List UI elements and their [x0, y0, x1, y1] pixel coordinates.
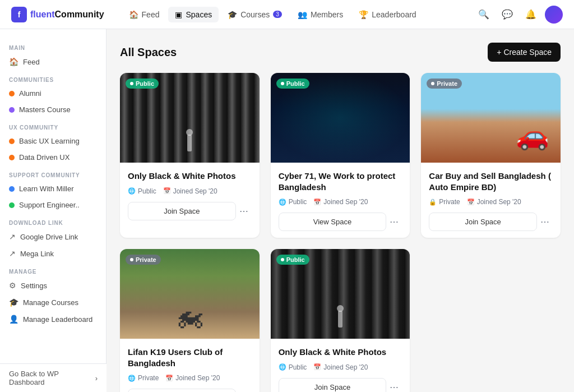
sidebar-item-manage-leaderboard[interactable]: 👤 Manage Leaderboard: [0, 311, 106, 328]
sidebar-item-data-ux[interactable]: Data Driven UX: [0, 149, 106, 165]
manage-section-label: MANAGE: [0, 262, 106, 277]
sidebar-item-feed[interactable]: 🏠 Feed: [0, 53, 106, 70]
sidebar-item-basic-ux[interactable]: Basic UX Learning: [0, 133, 106, 149]
spaces-icon: ▣: [175, 10, 182, 19]
globe-icon: 🌐: [128, 187, 136, 195]
visibility-badge: Public: [276, 255, 309, 265]
nav-spaces[interactable]: ▣ Spaces: [168, 7, 219, 22]
card-image-moto: Private: [120, 249, 260, 339]
home-icon: 🏠: [9, 57, 18, 66]
support-section-label: SUPPORT COMMUNITY: [0, 165, 106, 181]
card-title: Car Buy and Sell Bangladesh ( Auto Empir…: [429, 170, 553, 192]
card-body: Only Black & White Photos 🌐 Public 📅 Joi…: [271, 339, 410, 392]
sidebar-item-masters[interactable]: Masters Course: [0, 102, 106, 118]
link-icon-mega: ↗: [9, 249, 16, 258]
leaderboard-icon: 🏆: [359, 10, 368, 19]
join-space-button[interactable]: Join Space: [128, 202, 236, 220]
card-image-bw1: Public: [120, 73, 260, 163]
joined-meta: 📅 Joined Sep '20: [165, 374, 220, 382]
join-space-button[interactable]: Join Space: [279, 378, 387, 393]
sidebar-item-mega[interactable]: ↗ Mega Link: [0, 245, 106, 262]
badge-dot: [130, 82, 133, 85]
joined-meta: 📅 Joined Sep '20: [313, 198, 368, 206]
sidebar-item-manage-courses[interactable]: 🎓 Manage Courses: [0, 294, 106, 311]
more-options-button[interactable]: ⋯: [386, 214, 402, 230]
wp-dashboard-link[interactable]: Go Back to WP Dashboard ›: [0, 363, 107, 392]
space-card-lifan[interactable]: Private Lifan K19 Users Club of Banglade…: [120, 249, 260, 392]
basic-ux-dot: [9, 139, 15, 144]
nav-members[interactable]: 👥 Members: [291, 7, 350, 22]
manage-leaderboard-icon: 👤: [9, 315, 18, 324]
more-options-button[interactable]: ⋯: [386, 379, 402, 392]
app-logo[interactable]: f fluentCommunity: [11, 7, 104, 22]
globe-icon: 🌐: [279, 363, 286, 371]
arrow-right-icon: ›: [95, 374, 98, 382]
calendar-icon: 📅: [165, 375, 173, 382]
visibility-badge: Private: [126, 255, 161, 265]
card-title: Only Black & White Photos: [279, 347, 402, 358]
feed-icon: 🏠: [129, 10, 138, 19]
calendar-icon: 📅: [313, 199, 321, 206]
visibility-meta: 🌐 Public: [279, 198, 307, 206]
sidebar-item-learn-miller[interactable]: Learn With Miller: [0, 181, 106, 197]
card-image-bw2: Public: [271, 249, 410, 339]
joined-meta: 📅 Joined Sep '20: [467, 198, 521, 206]
learn-miller-dot: [9, 186, 15, 192]
card-meta: 🌐 Public 📅 Joined Sep '20: [279, 198, 402, 206]
space-card-cyber71[interactable]: Public Cyber 71, We Work to protect Bang…: [271, 73, 410, 238]
logo-icon: f: [11, 7, 27, 22]
visibility-meta: 🌐 Public: [128, 187, 156, 195]
card-image-cyber: Public: [271, 73, 410, 163]
logo-text: fluentCommunity: [30, 10, 104, 20]
visibility-badge: Public: [276, 79, 309, 89]
main-section-label: MAIN: [0, 38, 106, 53]
visibility-meta: 🔒 Private: [429, 198, 460, 206]
card-body: Only Black & White Photos 🌐 Public 📅 Joi…: [120, 163, 260, 227]
sidebar-item-gdrive[interactable]: ↗ Google Drive Link: [0, 228, 106, 245]
courses-badge: 3: [273, 11, 282, 18]
visibility-badge: Public: [126, 79, 159, 89]
sidebar-item-alumni[interactable]: Alumni: [0, 85, 106, 102]
lock-icon: 🔒: [429, 199, 437, 206]
courses-icon: 🎓: [228, 10, 237, 19]
more-options-button[interactable]: ⋯: [537, 214, 553, 230]
nav-leaderboard[interactable]: 🏆 Leaderboard: [352, 7, 423, 22]
settings-icon: ⚙: [9, 281, 16, 290]
view-space-button[interactable]: View Space: [279, 213, 387, 231]
alumni-dot: [9, 91, 15, 96]
joined-meta: 📅 Joined Sep '20: [313, 363, 368, 371]
join-space-button[interactable]: Join Space: [429, 213, 537, 231]
messages-button[interactable]: 💬: [498, 5, 517, 24]
user-avatar[interactable]: [545, 6, 563, 24]
sidebar: MAIN 🏠 Feed COMMUNITIES Alumni Masters C…: [0, 29, 107, 392]
space-card-car-bd[interactable]: Private Car Buy and Sell Bangladesh ( Au…: [421, 73, 561, 238]
ux-section-label: UX COMMUNITY: [0, 118, 106, 133]
view-space-button[interactable]: View Space: [128, 389, 236, 392]
more-options-button[interactable]: ⋯: [236, 203, 252, 219]
sidebar-item-settings[interactable]: ⚙ Settings: [0, 277, 106, 294]
main-content: All Spaces + Create Space Public Only Bl…: [107, 29, 574, 392]
search-button[interactable]: 🔍: [474, 5, 493, 24]
nav-feed[interactable]: 🏠 Feed: [122, 7, 166, 22]
communities-section-label: COMMUNITIES: [0, 70, 106, 85]
create-space-button[interactable]: + Create Space: [488, 43, 561, 62]
card-title: Only Black & White Photos: [128, 170, 252, 182]
card-meta: 🔒 Private 📅 Joined Sep '20: [429, 198, 553, 206]
page-layout: MAIN 🏠 Feed COMMUNITIES Alumni Masters C…: [0, 0, 574, 392]
card-footer: Join Space ⋯: [279, 378, 402, 393]
card-title: Cyber 71, We Work to protect Bangladesh: [279, 170, 402, 192]
space-card-bw-photos-1[interactable]: Public Only Black & White Photos 🌐 Publi…: [120, 73, 260, 238]
more-options-button[interactable]: ⋯: [236, 390, 252, 393]
nav-courses[interactable]: 🎓 Courses 3: [221, 7, 289, 22]
notifications-button[interactable]: 🔔: [521, 5, 540, 24]
card-meta: 🌐 Private 📅 Joined Sep '20: [128, 374, 252, 382]
calendar-icon: 📅: [163, 187, 171, 195]
card-body: Cyber 71, We Work to protect Bangladesh …: [271, 163, 410, 238]
header-actions: 🔍 💬 🔔: [474, 5, 563, 24]
card-image-desert: Private: [421, 73, 561, 163]
masters-dot: [9, 107, 15, 113]
data-ux-dot: [9, 155, 15, 160]
app-header: f fluentCommunity 🏠 Feed ▣ Spaces 🎓 Cour…: [0, 0, 574, 29]
sidebar-item-support-eng[interactable]: Support Engineer..: [0, 197, 106, 213]
space-card-bw-photos-2[interactable]: Public Only Black & White Photos 🌐 Publi…: [271, 249, 410, 392]
